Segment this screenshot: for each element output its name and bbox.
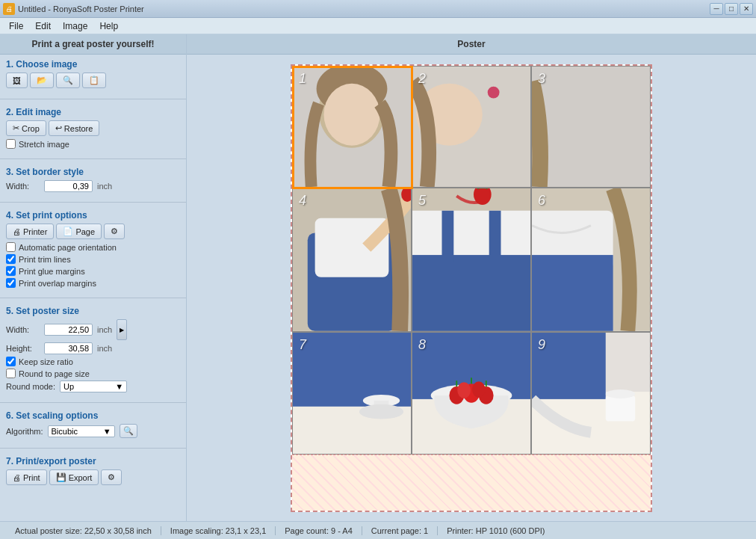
- poster-width-label: Width:: [6, 325, 40, 334]
- cell-number-3: 3: [538, 71, 545, 87]
- panel-header: Print a great poster yourself!: [0, 34, 186, 55]
- algorithm-dropdown[interactable]: Bicubic ▼: [48, 425, 115, 437]
- print-button[interactable]: 🖨 Print: [6, 469, 47, 485]
- section7-title: 7. Print/export poster: [6, 456, 180, 466]
- auto-orientation-checkbox[interactable]: [6, 242, 16, 252]
- round-mode-row: Round mode: Up ▼: [6, 381, 180, 392]
- scroll-right-btn[interactable]: ▶: [117, 319, 127, 340]
- section-print-export: 7. Print/export poster 🖨 Print 💾 Export …: [0, 452, 186, 493]
- svg-point-35: [457, 382, 471, 398]
- overlap-margins-checkbox[interactable]: [6, 278, 16, 288]
- algorithm-arrow-icon: ▼: [103, 427, 111, 436]
- scan-icon: 🔍: [63, 76, 73, 85]
- section5-title: 5. Set poster size: [6, 306, 180, 316]
- choose-image-buttons: 🖼 📂 🔍 📋: [6, 73, 180, 88]
- status-printer: Printer: HP 1010 (600 DPI): [438, 526, 554, 535]
- crop-button[interactable]: ✂ Crop: [6, 120, 46, 136]
- clipboard-button[interactable]: 📋: [82, 73, 106, 88]
- minimize-button[interactable]: ─: [710, 3, 723, 15]
- round-mode-dropdown[interactable]: Up ▼: [60, 381, 127, 392]
- open-file-button[interactable]: 🖼: [6, 73, 28, 88]
- status-image-scaling: Image scaling: 23,1 x 23,1: [161, 526, 276, 535]
- cell6-image: [532, 188, 650, 331]
- section-border-style: 3. Set border style Width: inch: [0, 162, 186, 199]
- grid-cell-6[interactable]: 6: [531, 188, 651, 332]
- cell-number-9: 9: [538, 337, 545, 353]
- menu-file[interactable]: File: [3, 19, 29, 33]
- svg-rect-7: [532, 67, 650, 187]
- cell-number-1: 1: [299, 71, 306, 87]
- page-button[interactable]: 📄 Page: [56, 224, 102, 239]
- border-width-input[interactable]: [44, 180, 93, 192]
- menu-edit[interactable]: Edit: [29, 19, 57, 33]
- round-to-page-checkbox[interactable]: [6, 369, 16, 378]
- right-panel: Poster: [187, 34, 756, 521]
- glue-margins-checkbox[interactable]: [6, 266, 16, 276]
- print-options-button[interactable]: ⚙: [104, 224, 125, 239]
- menu-image[interactable]: Image: [57, 19, 93, 33]
- border-width-row: Width: inch: [6, 180, 180, 192]
- keep-ratio-checkbox[interactable]: [6, 357, 16, 366]
- cell-number-7: 7: [299, 337, 306, 353]
- statusbar: Actual poster size: 22,50 x 30,58 inch I…: [0, 521, 756, 539]
- poster-height-unit: inch: [97, 344, 112, 353]
- svg-rect-10: [315, 218, 389, 277]
- titlebar-controls[interactable]: ─ □ ✕: [710, 3, 753, 15]
- poster-width-row: Width: inch ▶: [6, 319, 180, 340]
- open-folder-icon: 📂: [37, 76, 47, 85]
- svg-rect-21: [532, 255, 613, 331]
- cell-number-2: 2: [418, 71, 426, 87]
- app-icon: 🖨: [3, 3, 15, 15]
- svg-point-27: [359, 404, 403, 419]
- poster-width-input[interactable]: [44, 324, 93, 336]
- grid-cell-1[interactable]: 1: [292, 66, 412, 188]
- section-edit-image: 2. Edit image ✂ Crop ↩ Restore Stretch i…: [0, 102, 186, 155]
- cell9-image: [532, 333, 650, 454]
- stretch-checkbox[interactable]: [6, 139, 16, 149]
- status-current-page: Current page: 1: [362, 526, 438, 535]
- round-to-page-label: Round to page size: [19, 369, 90, 378]
- svg-rect-17: [489, 210, 501, 262]
- grid-cell-3[interactable]: 3: [531, 66, 651, 188]
- width-unit: inch: [97, 182, 112, 191]
- open-file-icon: 🖼: [13, 76, 21, 85]
- menu-help[interactable]: Help: [93, 19, 124, 33]
- cell1-image: [293, 67, 411, 187]
- grid-cell-7[interactable]: 7: [292, 332, 412, 455]
- close-button[interactable]: ✕: [740, 3, 753, 15]
- printer-button[interactable]: 🖨 Printer: [6, 224, 54, 239]
- maximize-button[interactable]: □: [725, 3, 738, 15]
- overflow-area: [292, 455, 651, 511]
- poster-outer: 1 2: [291, 64, 652, 512]
- grid-cell-2[interactable]: 2: [412, 66, 531, 188]
- svg-rect-16: [442, 210, 454, 262]
- section-choose-image: 1. Choose image 🖼 📂 🔍 📋: [0, 55, 186, 96]
- left-panel: Print a great poster yourself! 1. Choose…: [0, 34, 187, 521]
- width-label: Width:: [6, 182, 40, 191]
- grid-cell-4[interactable]: 4: [292, 188, 412, 332]
- restore-button[interactable]: ↩ Restore: [49, 120, 100, 136]
- menubar: File Edit Image Help: [0, 18, 756, 34]
- export-button[interactable]: 💾 Export: [49, 469, 99, 485]
- restore-icon: ↩: [55, 123, 62, 133]
- svg-point-6: [488, 86, 500, 98]
- export-options-button[interactable]: ⚙: [101, 469, 122, 485]
- grid-cell-5[interactable]: 5: [412, 188, 531, 332]
- print-option-buttons: 🖨 Printer 📄 Page ⚙: [6, 224, 180, 239]
- stretch-label: Stretch image: [19, 140, 69, 149]
- algorithm-options-button[interactable]: 🔍: [120, 424, 137, 438]
- cell7-image: [293, 333, 411, 454]
- poster-grid: 1 2: [292, 66, 651, 455]
- svg-rect-24: [293, 333, 411, 407]
- trim-lines-checkbox[interactable]: [6, 254, 16, 264]
- poster-height-label: Height:: [6, 344, 40, 353]
- scan-button[interactable]: 🔍: [56, 73, 80, 88]
- grid-cell-9[interactable]: 9: [531, 332, 651, 455]
- main-container: Print a great poster yourself! 1. Choose…: [0, 34, 756, 521]
- open-folder-button[interactable]: 📂: [30, 73, 54, 88]
- grid-cell-8[interactable]: 8: [412, 332, 531, 455]
- cell-number-8: 8: [418, 337, 426, 353]
- keep-ratio-row: Keep size ratio: [6, 357, 180, 366]
- poster-height-input[interactable]: [44, 342, 93, 354]
- glue-margins-label: Print glue margins: [19, 267, 85, 276]
